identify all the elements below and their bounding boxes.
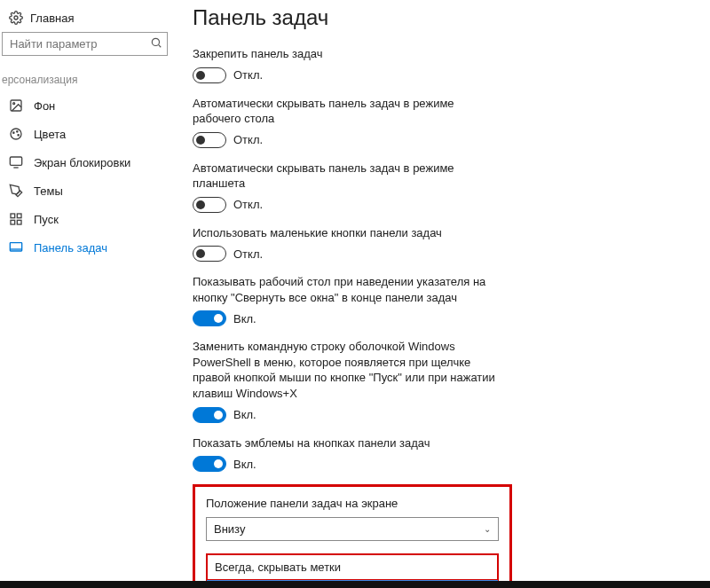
taskbar-icon <box>9 240 23 255</box>
toggle-switch[interactable] <box>193 407 226 423</box>
sidebar-item-lockscreen[interactable]: Экран блокировки <box>0 148 173 176</box>
gear-icon <box>9 11 23 25</box>
toggle-state: Откл. <box>233 247 263 261</box>
section-label: ерсонализация <box>0 70 173 91</box>
svg-rect-13 <box>17 220 21 224</box>
dropdown-value: Внизу <box>214 522 245 536</box>
setting-label: Заменить командную строку оболочкой Wind… <box>193 339 503 401</box>
svg-point-0 <box>14 16 18 20</box>
windows-taskbar[interactable] <box>0 581 710 588</box>
monitor-icon <box>9 155 23 169</box>
setting-label: Автоматически скрывать панель задач в ре… <box>193 161 503 192</box>
setting-block: Показать эмблемы на кнопках панели задач… <box>193 435 692 473</box>
brush-icon <box>9 184 23 198</box>
setting-block: Автоматически скрывать панель задач в ре… <box>193 96 692 148</box>
setting-label: Использовать маленькие кнопки панели зад… <box>193 225 503 241</box>
toggle-switch[interactable] <box>193 197 226 213</box>
toggle-state: Откл. <box>233 133 263 146</box>
sidebar-item-label: Темы <box>34 184 63 198</box>
setting-label: Автоматически скрывать панель задач в ре… <box>193 96 503 127</box>
combine-selected[interactable]: Всегда, скрывать метки <box>206 553 499 581</box>
toggle-switch[interactable] <box>193 67 226 83</box>
setting-block: Автоматически скрывать панель задач в ре… <box>193 161 692 213</box>
grid-icon <box>9 212 23 226</box>
setting-block: Заменить командную строку оболочкой Wind… <box>193 339 692 422</box>
toggle-switch[interactable] <box>193 132 226 148</box>
toggle-state: Вкл. <box>233 458 256 471</box>
setting-label: Показать эмблемы на кнопках панели задач <box>193 435 503 451</box>
sidebar-item-themes[interactable]: Темы <box>0 176 173 205</box>
search-icon <box>150 36 162 51</box>
toggle-switch[interactable] <box>193 456 226 472</box>
svg-rect-11 <box>11 214 15 218</box>
sidebar-item-label: Цвета <box>34 128 66 141</box>
image-icon <box>9 98 23 113</box>
setting-block: Использовать маленькие кнопки панели зад… <box>193 225 692 263</box>
home-label: Главная <box>30 12 74 25</box>
toggle-state: Вкл. <box>233 312 256 325</box>
chevron-down-icon: ⌄ <box>484 524 491 534</box>
svg-rect-14 <box>11 220 15 224</box>
page-title: Панель задач <box>193 5 692 30</box>
sidebar-item-start[interactable]: Пуск <box>0 205 173 233</box>
palette-icon <box>9 127 23 141</box>
svg-rect-9 <box>10 157 21 165</box>
home-link[interactable]: Главная <box>0 7 173 32</box>
position-dropdown[interactable]: Внизу ⌄ <box>206 517 499 541</box>
setting-block: Показывать рабочий стол при наведении ук… <box>193 274 692 326</box>
svg-point-4 <box>13 103 15 105</box>
toggle-state: Откл. <box>233 68 263 82</box>
sidebar-item-background[interactable]: Фон <box>0 91 173 120</box>
setting-label: Закрепить панель задач <box>193 46 503 62</box>
sidebar-item-label: Фон <box>34 99 55 113</box>
search-input[interactable] <box>2 32 168 56</box>
sidebar-item-colors[interactable]: Цвета <box>0 120 173 148</box>
position-label: Положение панели задач на экране <box>206 496 499 512</box>
svg-point-8 <box>18 135 19 136</box>
sidebar-item-label: Пуск <box>34 213 59 226</box>
toggle-switch[interactable] <box>193 246 226 262</box>
sidebar-item-label: Экран блокировки <box>34 156 130 169</box>
toggle-state: Откл. <box>233 198 263 211</box>
svg-point-7 <box>17 131 18 132</box>
highlight-box: Положение панели задач на экране Внизу ⌄… <box>193 484 512 588</box>
sidebar-item-label: Панель задач <box>34 241 107 255</box>
svg-point-1 <box>152 38 159 45</box>
svg-point-6 <box>13 132 14 133</box>
setting-label: Показывать рабочий стол при наведении ук… <box>193 274 503 305</box>
setting-block: Закрепить панель задачОткл. <box>193 46 692 83</box>
sidebar-item-taskbar[interactable]: Панель задач <box>0 233 173 262</box>
toggle-state: Вкл. <box>233 408 256 421</box>
svg-point-5 <box>11 129 21 139</box>
toggle-switch[interactable] <box>193 310 226 326</box>
svg-rect-12 <box>17 214 21 218</box>
svg-line-2 <box>159 45 162 48</box>
